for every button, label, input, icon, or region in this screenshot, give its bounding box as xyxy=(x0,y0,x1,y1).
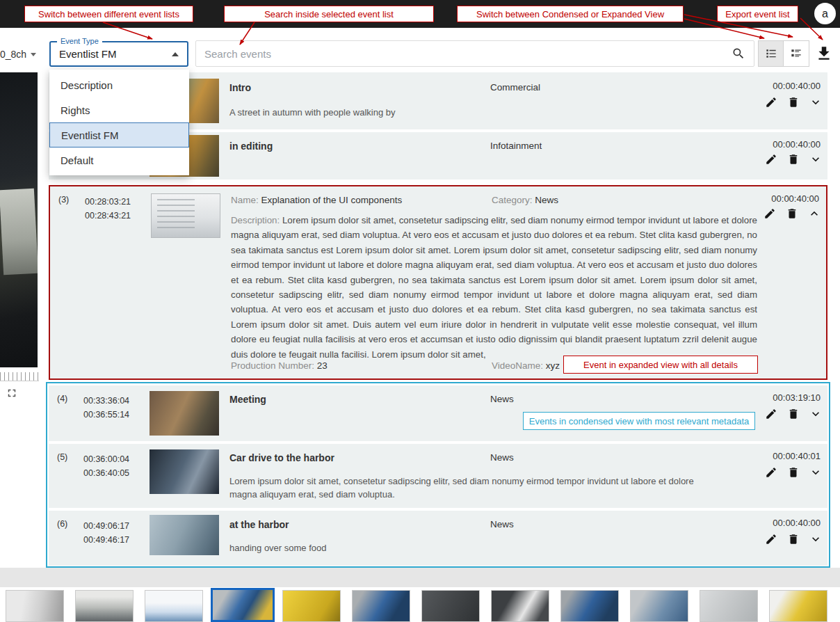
event-title: at the harbor xyxy=(229,519,289,530)
event-duration: 00:03:19:10 xyxy=(773,392,821,403)
collapse-event-button[interactable] xyxy=(807,206,822,221)
chevron-down-icon xyxy=(809,95,823,109)
search-input[interactable] xyxy=(204,42,719,65)
event-row-expanded[interactable]: (3) 00:28:03:21 00:28:43:21 Name: Explan… xyxy=(49,185,827,380)
production-number-value: 23 xyxy=(317,360,328,371)
expand-event-button[interactable] xyxy=(808,406,823,422)
expand-event-button[interactable] xyxy=(808,465,823,480)
event-title: Intro xyxy=(229,82,251,93)
filmstrip-thumbnail[interactable] xyxy=(352,590,410,622)
chevron-down-icon xyxy=(809,532,823,546)
event-row[interactable]: (4) 00:33:36:04 00:36:55:14 Meeting News… xyxy=(49,385,827,441)
edit-event-button[interactable] xyxy=(762,206,777,221)
event-category: News xyxy=(490,394,514,404)
event-description: Lorem ipsum dolor sit amet, consetetur s… xyxy=(231,215,757,360)
edit-event-button[interactable] xyxy=(764,406,779,422)
filmstrip-thumbnail[interactable] xyxy=(6,590,64,622)
chevron-down-icon xyxy=(31,53,36,56)
clip-selector[interactable]: 0_8ch xyxy=(0,46,45,63)
event-row[interactable]: (5) 00:36:00:04 00:36:40:05 Car drive to… xyxy=(49,444,827,508)
timecode-out: 00:49:46:17 xyxy=(83,533,129,547)
timeline-ruler xyxy=(0,372,39,381)
name-label: Name: xyxy=(231,195,259,205)
event-duration: 00:00:40:01 xyxy=(773,451,821,461)
production-number-line: Production Number: 23 xyxy=(231,360,328,371)
fullscreen-icon[interactable] xyxy=(6,387,18,399)
edit-event-button[interactable] xyxy=(764,95,779,110)
expanded-view-button[interactable] xyxy=(784,40,809,67)
filmstrip-thumbnail[interactable] xyxy=(630,590,688,622)
dropdown-option-default[interactable]: Default xyxy=(49,147,189,173)
search-icon[interactable] xyxy=(732,47,745,61)
event-row[interactable]: (6) 00:49:06:17 00:49:46:17 at the harbo… xyxy=(49,511,827,566)
dropdown-option-eventlist-fm[interactable]: Eventlist FM xyxy=(49,122,189,147)
timecode-out: 00:36:55:14 xyxy=(83,408,129,422)
event-thumbnail xyxy=(151,193,220,238)
video-name-line: VideoName: xyz xyxy=(492,360,560,371)
expand-event-button[interactable] xyxy=(808,95,823,110)
edit-event-button[interactable] xyxy=(764,532,779,547)
event-timecodes: 00:49:06:17 00:49:46:17 xyxy=(83,519,129,547)
annotation-topbar: Switch between different event lists Sea… xyxy=(0,0,840,28)
event-category: News xyxy=(490,452,514,463)
delete-event-button[interactable] xyxy=(784,206,800,221)
video-preview-content xyxy=(0,189,38,275)
export-event-list-button[interactable] xyxy=(815,45,833,63)
filmstrip-thumbnail[interactable] xyxy=(491,590,549,622)
user-avatar[interactable]: a xyxy=(814,3,836,24)
delete-event-button[interactable] xyxy=(786,465,801,480)
clip-selector-label: 0_8ch xyxy=(0,49,26,60)
edit-event-button[interactable] xyxy=(764,465,779,480)
delete-event-button[interactable] xyxy=(786,95,801,110)
dropdown-option-rights[interactable]: Rights xyxy=(49,97,189,122)
filmstrip-thumbnail-selected[interactable] xyxy=(211,588,275,622)
filmstrip-thumbnail[interactable] xyxy=(145,590,203,622)
video-preview xyxy=(0,72,38,367)
filmstrip-thumbnail[interactable] xyxy=(560,590,619,622)
filmstrip-thumbnail[interactable] xyxy=(421,590,480,622)
expand-event-button[interactable] xyxy=(808,152,823,167)
annotation-expanded-view: Event in expanded view with all details xyxy=(563,356,758,374)
annotation-search-event-list: Search inside selected event list xyxy=(224,6,434,22)
chevron-up-icon xyxy=(807,207,821,221)
search-box xyxy=(195,40,754,67)
dropdown-option-description[interactable]: Description xyxy=(49,72,189,97)
timecode-in: 00:33:36:04 xyxy=(83,394,129,408)
timecode-out: 00:28:43:21 xyxy=(85,209,131,223)
filmstrip-thumbnail[interactable] xyxy=(700,590,758,622)
condensed-view-button[interactable] xyxy=(758,40,784,67)
description-label: Description: xyxy=(231,215,280,225)
detail-view-icon xyxy=(789,47,803,61)
event-index: (6) xyxy=(57,519,67,529)
delete-event-button[interactable] xyxy=(786,532,801,547)
annotation-view-toggle: Switch between Condensed or Expanded Vie… xyxy=(457,6,684,22)
filmstrip-thumbnail[interactable] xyxy=(75,590,134,622)
event-duration: 00:00:40:00 xyxy=(773,518,821,528)
video-name-value: xyz xyxy=(546,360,560,371)
view-toggle-group xyxy=(758,40,809,67)
expand-event-button[interactable] xyxy=(808,532,823,547)
event-thumbnail xyxy=(150,391,219,436)
event-category-line: Category: News xyxy=(492,195,558,205)
filmstrip-thumbnail[interactable] xyxy=(282,590,341,622)
chevron-down-icon xyxy=(809,465,823,479)
event-type-value: Eventlist FM xyxy=(59,48,172,60)
event-name-line: Name: Explanation of the UI components xyxy=(231,195,402,205)
event-title: Car drive to the harbor xyxy=(229,452,334,463)
event-category: Commercial xyxy=(490,82,540,93)
edit-event-button[interactable] xyxy=(764,152,779,167)
event-index: (5) xyxy=(57,452,67,462)
timecode-in: 00:28:03:21 xyxy=(85,195,131,209)
event-type-dropdown: Description Rights Eventlist FM Default xyxy=(49,70,189,175)
event-type-label: Event Type xyxy=(57,37,102,45)
event-thumbnail xyxy=(150,515,219,555)
event-thumbnail xyxy=(150,449,219,494)
chevron-down-icon xyxy=(809,407,823,421)
delete-event-button[interactable] xyxy=(786,406,801,422)
timeline-band xyxy=(0,568,840,587)
event-description: handing over some food xyxy=(229,541,326,555)
delete-event-button[interactable] xyxy=(786,152,801,167)
filmstrip-thumbnail[interactable] xyxy=(769,590,827,622)
event-index: (4) xyxy=(57,394,67,404)
video-name-label: VideoName: xyxy=(492,360,543,371)
